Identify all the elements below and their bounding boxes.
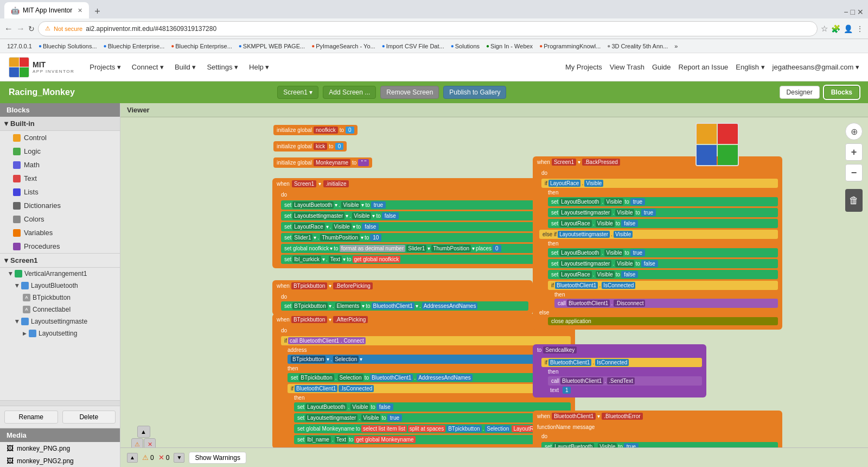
viewer-canvas[interactable]: initialize global noofkick to 0 initiali… — [120, 117, 868, 467]
builtin-header[interactable]: ▶ Built-in — [0, 117, 120, 131]
media-item-2[interactable]: 🖼 monkey_PNG2.png — [0, 455, 120, 467]
btpick-inner-if[interactable]: ifBluetoothClient1.IsConnected — [288, 384, 571, 393]
block-init-kick[interactable]: initialize global kick to 0 — [273, 141, 347, 152]
active-tab[interactable]: 🤖 MIT App Inventor ✕ — [4, 2, 89, 18]
remove-screen-btn[interactable]: Remove Screen — [380, 86, 439, 99]
builtin-item-math[interactable]: Math — [0, 158, 120, 172]
builtin-item-logic[interactable]: Logic — [0, 144, 120, 158]
back-elseif-set3[interactable]: setLayoutRace.Visibletofalse — [548, 270, 778, 279]
builtin-item-control[interactable]: Control — [0, 131, 120, 144]
bookmark-pyimage[interactable]: ● PyImageSearch - Yo... — [309, 42, 378, 51]
back-if-connected[interactable]: ifBluetoothClient1.IsConnected — [548, 281, 778, 290]
up-arrow-btn[interactable]: ▲ — [137, 426, 150, 438]
new-tab-btn[interactable]: + — [91, 6, 104, 17]
bookmark-more[interactable]: » — [672, 42, 680, 51]
btpick-set-monkey[interactable]: set global Monkeynameto select list item… — [294, 424, 571, 433]
zoom-in-btn[interactable]: + — [845, 143, 863, 161]
up-arrow-2[interactable]: ▲ — [127, 453, 138, 463]
bookmark-solutions[interactable]: ● Solutions — [448, 42, 482, 51]
bookmark-star-btn[interactable]: ☆ — [821, 24, 828, 34]
sendcallkey-if[interactable]: ifBluetoothClient1.IsConnected — [541, 358, 702, 367]
zoom-out-btn[interactable]: − — [845, 164, 863, 181]
publish-gallery-btn[interactable]: Publish to Gallery — [443, 86, 506, 99]
screen-selector[interactable]: Screen1 ▾ — [277, 86, 318, 99]
profile-btn[interactable]: 👤 — [844, 24, 853, 33]
nav-projects[interactable]: Projects ▾ — [85, 61, 125, 73]
builtin-item-variables[interactable]: Variables — [0, 226, 120, 239]
builtin-item-dicts[interactable]: Dictionaries — [0, 199, 120, 212]
bookmark-bluechip2[interactable]: ● Bluechip Enterprise... — [101, 42, 168, 51]
extensions-btn[interactable]: 🧩 — [831, 24, 840, 33]
my-projects-link[interactable]: My Projects — [565, 63, 602, 71]
user-account-link[interactable]: jegatheesans@gmail.com ▾ — [773, 63, 859, 71]
maximize-btn[interactable]: □ — [851, 8, 855, 16]
set-btpick-elements[interactable]: setBTpickbutton▾.Elements▾to BluetoothCl… — [281, 301, 528, 311]
report-issue-link[interactable]: Report an Issue — [679, 63, 729, 71]
back-else-if[interactable]: else ifLayoutsettingmaster.Visible — [539, 230, 778, 239]
btpick-after-if[interactable]: if call BluetoothClient1 . Connect — [281, 336, 571, 345]
set-noofkick[interactable]: set global noofkick▾to format as decimal… — [281, 244, 539, 253]
bookmark-127[interactable]: 127.0.0.1 — [4, 42, 35, 51]
down-arrow-2[interactable]: ▼ — [174, 453, 184, 463]
minimize-btn[interactable]: − — [844, 8, 848, 16]
tree-item-connect[interactable]: A Connectlabel — [0, 304, 120, 315]
back-elseif-set1[interactable]: setLayoutBuetooth.Visibletotrue — [548, 248, 778, 257]
nav-settings[interactable]: Settings ▾ — [202, 61, 242, 73]
btpick-then-set[interactable]: setBTpickbutton.Selectionto BluetoothCli… — [288, 373, 571, 382]
builtin-item-text[interactable]: Text — [0, 172, 120, 185]
guide-link[interactable]: Guide — [652, 63, 671, 71]
show-warnings-btn[interactable]: Show Warnings — [189, 452, 246, 464]
block-init-monkeyname[interactable]: initialize global Monkeyname to " " — [273, 157, 372, 168]
set-lbl-curkick[interactable]: setlbl_curkick▾.Text▾toget global noofki… — [281, 255, 539, 264]
bookmark-3d[interactable]: ● 3D Creality 5th Ann... — [604, 42, 671, 51]
back-close-app[interactable]: close application — [548, 317, 778, 325]
language-link[interactable]: English ▾ — [736, 63, 764, 71]
media-item-1[interactable]: 🖼 monkey_PNG.png — [0, 442, 120, 455]
sidebar-scroll[interactable]: ▶ Built-in Control Logic Math Tex — [0, 117, 120, 400]
close-btn[interactable]: ✕ — [857, 8, 864, 16]
tree-item-vertical[interactable]: ▶ VerticalArrangement1 — [0, 268, 120, 280]
builtin-item-colors[interactable]: Colors — [0, 212, 120, 226]
tab-close-btn[interactable]: ✕ — [78, 7, 82, 14]
delete-btn[interactable]: Delete — [62, 411, 116, 424]
screen1-header[interactable]: ▶ Screen1 — [0, 253, 120, 268]
blocks-btn[interactable]: Blocks — [824, 86, 859, 99]
nav-help[interactable]: Help ▾ — [245, 61, 273, 73]
view-trash-link[interactable]: View Trash — [610, 63, 644, 71]
nav-build[interactable]: Build ▾ — [170, 61, 201, 73]
btpick-set-layout[interactable]: setLayoutBuetooth.Visibletofalse — [294, 402, 571, 412]
tree-item-btpick[interactable]: A BTpickbutton — [0, 292, 120, 304]
sendcallkey-call-send[interactable]: callBluetoothClient1..SendText — [548, 376, 702, 386]
btpick-set-lbl-name[interactable]: setlbl_name.Texttoget global Monkeyname — [294, 435, 571, 444]
tree-item-layoutsetting[interactable]: ▶ Layoutsettingmaste — [0, 315, 120, 327]
trash-btn[interactable]: 🗑 — [845, 189, 863, 212]
back-btn[interactable]: ← — [4, 24, 13, 34]
reload-btn[interactable]: ↻ — [28, 24, 35, 33]
bookmark-import[interactable]: ● Import CSV File Dat... — [379, 42, 447, 51]
set-layoutbt-visible[interactable]: setLayoutBuetooth▾.Visible▾totrue — [281, 200, 539, 210]
set-layoutrace-visible[interactable]: setLayoutRace▾.Visible▾tofalse — [281, 222, 539, 231]
designer-btn[interactable]: Designer — [780, 86, 820, 99]
block-init-noofkick[interactable]: initialize global noofkick to 0 — [273, 125, 358, 135]
builtin-item-procedures[interactable]: Procedures — [0, 239, 120, 253]
bookmark-bluechip3[interactable]: ● Bluechip Enterprise... — [168, 42, 235, 51]
forward-btn[interactable]: → — [16, 24, 25, 34]
back-then-set1[interactable]: setLayoutBuetooth.Visibletotrue — [548, 197, 778, 206]
back-then-set3[interactable]: setLayoutRace.Visibletofalse — [548, 219, 778, 228]
rename-btn[interactable]: Rename — [4, 411, 58, 424]
target-btn[interactable]: ⊕ — [845, 123, 863, 140]
back-call-disconnect[interactable]: callBluetoothClient1..Disconnect — [554, 299, 778, 308]
back-elseif-set2[interactable]: setLayoutsettingmaster.Visibletofalse — [548, 259, 778, 268]
bookmark-bluechip1[interactable]: ● Bluechip Solutions... — [36, 42, 100, 51]
bookmark-webex[interactable]: ● Sign In - Webex — [483, 42, 535, 51]
add-screen-btn[interactable]: Add Screen ... — [323, 86, 376, 99]
tree-item-layoutbt[interactable]: ▶ LayoutBluetooth — [0, 280, 120, 292]
tree-item-layoutsetting2[interactable]: ▶ Layoutsetting — [0, 327, 120, 339]
sidebar-scrollbar[interactable] — [0, 400, 120, 406]
builtin-item-lists[interactable]: Lists — [0, 185, 120, 199]
set-layoutsetting-visible[interactable]: setLayoutsettingmaster▾.Visible▾tofalse — [281, 211, 539, 220]
nav-connect[interactable]: Connect ▾ — [127, 61, 168, 73]
bookmark-programming[interactable]: ● ProgrammingKnowl... — [537, 42, 603, 51]
btpick-set-layout2[interactable]: setLayoutsettingmaster.Visibletotrue — [294, 413, 571, 422]
back-then-set2[interactable]: setLayoutsettingmaster.Visibletotrue — [548, 208, 778, 217]
